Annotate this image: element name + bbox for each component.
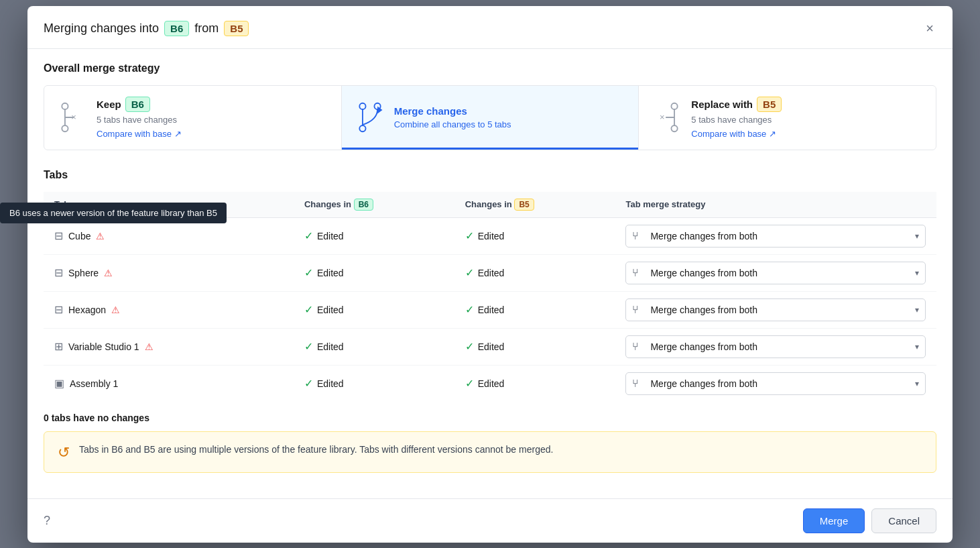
tabs-section-title: Tabs (44, 169, 936, 181)
b5-status-1: ✓ Edited (465, 266, 605, 279)
col-strategy-header: Tab merge strategy (615, 192, 936, 218)
tab-name-0: Cube (68, 231, 90, 241)
b5-status-2: ✓ Edited (465, 303, 605, 316)
b5-check-icon-2: ✓ (465, 303, 474, 316)
modal-footer: ? Merge Cancel (27, 498, 953, 543)
b5-check-icon-3: ✓ (465, 340, 474, 353)
warning-box: ↺ Tabs in B6 and B5 are using multiple v… (44, 431, 936, 473)
warning-box-text: Tabs in B6 and B5 are using multiple ver… (79, 443, 553, 457)
b6-check-icon-1: ✓ (304, 266, 313, 279)
tab-name-1: Sphere (68, 268, 99, 278)
merge-icon (355, 103, 385, 132)
keep-branch-badge: B6 (125, 97, 150, 112)
tab-name-2: Hexagon (68, 305, 106, 315)
replace-icon: × (652, 103, 682, 132)
modal-header: Merging changes into B6 from B5 × (27, 6, 953, 49)
replace-compare-link[interactable]: Compare with base ↗ (691, 129, 782, 139)
strategy-replace[interactable]: × Replace with B5 5 tabs have changes Co… (639, 86, 936, 150)
b5-status-0: ✓ Edited (465, 229, 605, 242)
warning-box-icon: ↺ (58, 444, 70, 461)
merge-button[interactable]: Merge (803, 508, 865, 533)
strategy-section-title: Overall merge strategy (44, 62, 936, 74)
warning-icon-2: ⚠ (111, 305, 120, 315)
tab-name-cell-1: ⊟ Sphere ⚠ (54, 266, 283, 279)
tab-type-icon-2: ⊟ (54, 303, 63, 316)
warning-icon-1: ⚠ (104, 268, 113, 278)
b5-status-3: ✓ Edited (465, 340, 605, 353)
tab-type-icon-0: ⊟ (54, 229, 63, 242)
svg-point-0 (62, 125, 68, 131)
table-row: ⊟ Sphere ⚠ ✓ Edited ✓ Edited ⑂ (44, 254, 936, 291)
col-b6-header: Changes in B6 (294, 192, 454, 218)
b5-check-icon-4: ✓ (465, 377, 474, 390)
tab-name-cell-4: ▣ Assembly 1 (54, 377, 283, 390)
b6-status-0: ✓ Edited (304, 229, 444, 242)
b5-header-badge: B5 (514, 199, 534, 211)
warning-icon-3: ⚠ (145, 341, 154, 352)
b6-status-4: ✓ Edited (304, 377, 444, 390)
strategy-dropdown-wrapper-1: ⑂ Merge changes from both Keep B6 Keep B… (625, 262, 926, 284)
strategy-merge[interactable]: Merge changes Combine all changes to 5 t… (342, 86, 639, 150)
svg-point-5 (359, 125, 365, 131)
strategy-dropdown-1[interactable]: Merge changes from both Keep B6 Keep B5 (625, 262, 926, 284)
close-button[interactable]: × (923, 18, 936, 39)
b6-status-1: ✓ Edited (304, 266, 444, 279)
b6-status-2: ✓ Edited (304, 303, 444, 316)
replace-branch-badge: B5 (757, 97, 782, 112)
dest-branch-badge: B6 (164, 21, 189, 36)
modal-body: Overall merge strategy × (27, 49, 953, 498)
strategy-dropdown-wrapper-2: ⑂ Merge changes from both Keep B6 Keep B… (625, 298, 926, 321)
no-changes-title: 0 tabs have no changes (44, 413, 936, 423)
strategy-dropdown-4[interactable]: Merge changes from both Keep B6 Keep B5 (625, 372, 926, 395)
table-row: ⊞ Variable Studio 1 ⚠ ✓ Edited ✓ Edited (44, 328, 936, 365)
help-icon[interactable]: ? (44, 514, 50, 528)
svg-point-6 (359, 103, 365, 109)
tab-type-icon-1: ⊟ (54, 266, 63, 279)
tab-name-4: Assembly 1 (70, 378, 118, 389)
tab-name-cell-2: ⊟ Hexagon ⚠ (54, 303, 283, 316)
tab-name-cell-0: ⊟ Cube ⚠ (54, 229, 283, 242)
tab-name-3: Variable Studio 1 (68, 341, 139, 352)
svg-text:×: × (660, 112, 665, 122)
strategy-dropdown-2[interactable]: Merge changes from both Keep B6 Keep B5 (625, 298, 926, 321)
svg-point-9 (672, 125, 678, 131)
b6-check-icon-2: ✓ (304, 303, 313, 316)
strategy-keep[interactable]: × Keep B6 5 tabs have changes Compare wi… (44, 86, 342, 150)
b6-status-3: ✓ Edited (304, 340, 444, 353)
svg-point-1 (62, 103, 68, 109)
svg-point-10 (672, 103, 678, 109)
modal-title: Merging changes into B6 from B5 (44, 21, 249, 36)
b5-check-icon-1: ✓ (465, 266, 474, 279)
strategy-dropdown-3[interactable]: Merge changes from both Keep B6 Keep B5 (625, 335, 926, 358)
strategy-dropdown-wrapper-4: ⑂ Merge changes from both Keep B6 Keep B… (625, 372, 926, 395)
b5-check-icon-0: ✓ (465, 229, 474, 242)
keep-compare-link[interactable]: Compare with base ↗ (97, 129, 182, 139)
src-branch-badge: B5 (224, 21, 249, 36)
b5-status-4: ✓ Edited (465, 377, 605, 390)
keep-icon: × (58, 103, 87, 132)
tab-type-icon-3: ⊞ (54, 340, 63, 353)
strategy-dropdown-0[interactable]: Merge changes from both Keep B6 Keep B5 (625, 225, 926, 248)
table-row: ▣ Assembly 1 ✓ Edited ✓ Edited ⑂ (44, 365, 936, 402)
b6-check-icon-0: ✓ (304, 229, 313, 242)
svg-text:×: × (71, 112, 76, 122)
b6-header-badge: B6 (354, 199, 373, 211)
strategy-dropdown-wrapper-3: ⑂ Merge changes from both Keep B6 Keep B… (625, 335, 926, 358)
col-b5-header: Changes in B5 (454, 192, 615, 218)
strategy-options-container: × Keep B6 5 tabs have changes Compare wi… (44, 85, 936, 150)
warning-icon-0: ⚠ (96, 231, 105, 241)
tab-type-icon-4: ▣ (54, 377, 64, 390)
tab-name-cell-3: ⊞ Variable Studio 1 ⚠ (54, 340, 283, 353)
tooltip: B6 uses a newer version of the feature l… (0, 203, 227, 223)
b6-check-icon-3: ✓ (304, 340, 313, 353)
table-row: ⊟ Hexagon ⚠ ✓ Edited ✓ Edited ⑂ (44, 291, 936, 328)
b6-check-icon-4: ✓ (304, 377, 313, 390)
strategy-dropdown-wrapper-0: ⑂ Merge changes from both Keep B6 Keep B… (625, 225, 926, 248)
merge-dialog: Merging changes into B6 from B5 × Overal… (27, 6, 953, 543)
cancel-button[interactable]: Cancel (871, 508, 936, 533)
